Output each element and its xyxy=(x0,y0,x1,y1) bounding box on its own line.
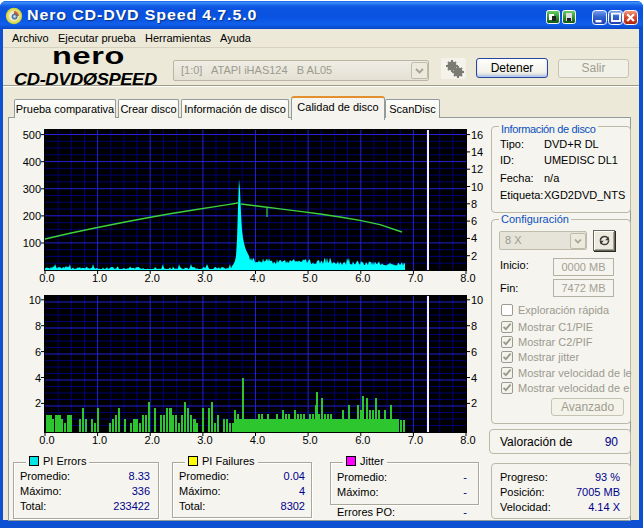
svg-text:500: 500 xyxy=(23,129,41,141)
svg-text:2.0: 2.0 xyxy=(145,434,160,446)
svg-text:10: 10 xyxy=(471,294,483,306)
svg-text:2: 2 xyxy=(471,397,477,409)
svg-text:3.0: 3.0 xyxy=(197,272,212,284)
svg-text:8.0: 8.0 xyxy=(460,434,475,446)
svg-text:300: 300 xyxy=(23,183,41,195)
svg-text:5.0: 5.0 xyxy=(302,434,317,446)
svg-text:10: 10 xyxy=(29,294,41,306)
svg-text:1.0: 1.0 xyxy=(92,434,107,446)
svg-text:4.0: 4.0 xyxy=(250,434,265,446)
svg-text:8: 8 xyxy=(35,320,41,332)
svg-text:7.0: 7.0 xyxy=(408,272,423,284)
svg-text:100: 100 xyxy=(23,237,41,249)
svg-text:0.0: 0.0 xyxy=(39,272,54,284)
svg-text:4.0: 4.0 xyxy=(250,272,265,284)
svg-text:6: 6 xyxy=(471,215,477,227)
svg-text:14: 14 xyxy=(471,146,483,158)
svg-text:0.0: 0.0 xyxy=(39,434,54,446)
svg-text:1.0: 1.0 xyxy=(92,272,107,284)
svg-text:400: 400 xyxy=(23,156,41,168)
svg-text:2.0: 2.0 xyxy=(145,272,160,284)
svg-text:10: 10 xyxy=(471,181,483,193)
svg-text:12: 12 xyxy=(471,163,483,175)
svg-text:4: 4 xyxy=(35,372,41,384)
svg-text:8: 8 xyxy=(471,320,477,332)
svg-text:200: 200 xyxy=(23,210,41,222)
svg-text:2: 2 xyxy=(35,397,41,409)
svg-text:6.0: 6.0 xyxy=(355,434,370,446)
svg-text:16: 16 xyxy=(471,129,483,141)
svg-text:3.0: 3.0 xyxy=(197,434,212,446)
svg-text:4: 4 xyxy=(471,372,477,384)
svg-text:8: 8 xyxy=(471,198,477,210)
svg-text:4: 4 xyxy=(471,232,477,244)
svg-text:2: 2 xyxy=(471,250,477,262)
svg-text:6: 6 xyxy=(35,346,41,358)
svg-text:6.0: 6.0 xyxy=(355,272,370,284)
svg-text:6: 6 xyxy=(471,346,477,358)
svg-text:8.0: 8.0 xyxy=(460,272,475,284)
svg-text:7.0: 7.0 xyxy=(408,434,423,446)
svg-text:5.0: 5.0 xyxy=(302,272,317,284)
